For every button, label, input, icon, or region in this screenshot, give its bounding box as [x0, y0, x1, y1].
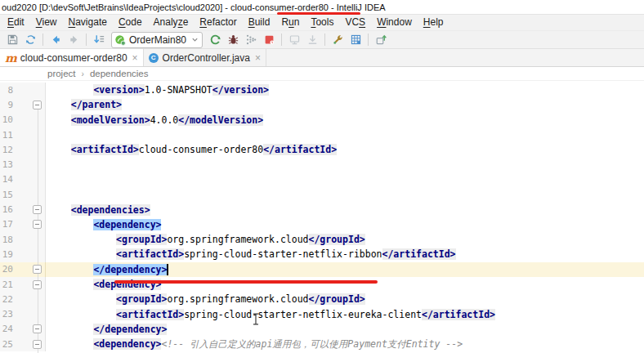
fold-column [13, 101, 44, 109]
fold-marker-icon[interactable] [33, 220, 42, 229]
wrench-icon[interactable] [329, 32, 347, 48]
code-line[interactable]: 17 <dependency> [0, 217, 644, 232]
java-class-icon: C [149, 53, 159, 63]
menu-item-build[interactable]: Build [243, 15, 276, 30]
debug-icon[interactable] [224, 32, 242, 48]
grid-icon[interactable] [347, 32, 364, 48]
menu-item-edit[interactable]: Edit [2, 15, 30, 30]
deploy-icon[interactable] [372, 32, 390, 48]
line-number: 16 [0, 204, 13, 215]
menu-item-navigate[interactable]: Navigate [63, 15, 113, 30]
code-line[interactable]: 16 <dependencies> [0, 202, 644, 217]
code-token: </dependency> [93, 324, 167, 335]
maven-icon: m [5, 53, 17, 63]
code-token: </parent> [71, 99, 122, 110]
code-token: spring-cloud-starter-netflix-ribbon [184, 248, 382, 260]
code-token: </artifactId> [422, 309, 495, 320]
editor-tab-bar: m cloud-consumer-order80 × C OrderContro… [0, 49, 644, 67]
fold-marker-icon[interactable] [33, 205, 42, 214]
intellij-window: oud2020 [D:\devSoft\JetBrains\IdeaProjec… [0, 0, 644, 353]
run-icon[interactable] [206, 32, 224, 48]
run-config-select[interactable]: OrderMain80 [111, 32, 203, 48]
sync-icon[interactable] [21, 32, 39, 48]
code-text[interactable]: <groupId>org.springframework.cloud</grou… [46, 293, 365, 305]
code-line[interactable]: 15 [0, 187, 644, 202]
fold-marker-icon[interactable] [33, 265, 42, 274]
code-line[interactable]: 9 </parent> [0, 97, 644, 112]
line-number: 22 [0, 294, 13, 305]
menu-item-run[interactable]: Run [275, 15, 305, 30]
fold-marker-icon[interactable] [33, 324, 42, 333]
code-token [48, 338, 93, 350]
menu-item-window[interactable]: Window [371, 15, 418, 30]
line-number: 10 [0, 114, 13, 125]
code-token: <modelVersion> [71, 114, 150, 126]
menu-item-help[interactable]: Help [418, 15, 449, 30]
menu-item-code[interactable]: Code [113, 15, 148, 30]
code-line[interactable]: 20 </dependency> [0, 262, 644, 277]
profiler-icon[interactable] [260, 32, 278, 48]
line-number: 21 [0, 279, 13, 290]
code-lines: 8 <version>1.0-SNAPSHOT</version>9 </par… [0, 83, 644, 351]
fold-marker-icon[interactable] [33, 101, 42, 109]
code-line[interactable]: 18 <groupId>org.springframework.cloud</g… [0, 232, 644, 247]
menu-item-tools[interactable]: Tools [305, 15, 339, 30]
code-line[interactable]: 8 <version>1.0-SNAPSHOT</version> [0, 83, 644, 97]
code-line[interactable]: 22 <groupId>org.springframework.cloud</g… [0, 292, 644, 306]
code-line[interactable]: 21 <dependency> [0, 277, 644, 292]
code-token: </artifactId> [382, 248, 456, 260]
breadcrumb-project[interactable]: project [47, 69, 76, 78]
code-line[interactable]: 25 <dependency><!-- 引入自己定义的api通用包，可以使用Pa… [0, 337, 644, 351]
back-icon[interactable] [47, 32, 65, 48]
gutter: 11 [0, 127, 46, 142]
code-line[interactable]: 24 </dependency> [0, 322, 644, 337]
code-token: org.springframework.cloud [167, 234, 308, 245]
tab-cloud-consumer-order80[interactable]: m cloud-consumer-order80 × [0, 49, 144, 66]
code-line[interactable]: 23 <artifactId>spring-cloud-starter-netf… [0, 306, 644, 321]
code-text[interactable]: <dependency><!-- 引入自己定义的api通用包，可以使用Payme… [46, 338, 463, 351]
code-token: 1.0-SNAPSHOT [145, 84, 212, 96]
close-icon[interactable]: × [255, 54, 261, 62]
menu-item-vcs[interactable]: VCS [339, 15, 371, 30]
code-text[interactable]: <dependencies> [46, 204, 150, 216]
line-number: 25 [0, 339, 13, 350]
code-token: <artifactId> [116, 309, 184, 320]
code-text[interactable]: <groupId>org.springframework.cloud</grou… [46, 234, 365, 245]
menu-item-refactor[interactable]: Refactor [194, 15, 242, 30]
code-text[interactable]: <artifactId>spring-cloud-starter-netflix… [46, 248, 456, 260]
save-icon[interactable] [3, 32, 21, 48]
code-line[interactable]: 19 <artifactId>spring-cloud-starter-netf… [0, 247, 644, 261]
sort-icon[interactable] [90, 32, 108, 48]
code-line[interactable]: 11 [0, 127, 644, 142]
code-text[interactable]: </dependency> [46, 264, 168, 275]
code-text[interactable]: <dependency> [46, 219, 161, 230]
gutter: 20 [0, 262, 46, 277]
forward-icon[interactable] [65, 32, 83, 48]
menu-bar: EditViewNavigateCodeAnalyzeRefactorBuild… [0, 14, 644, 31]
code-editor[interactable]: 8 <version>1.0-SNAPSHOT</version>9 </par… [0, 81, 644, 353]
fold-marker-icon[interactable] [33, 280, 42, 289]
fold-column [13, 265, 44, 274]
code-text[interactable]: <artifactId>cloud-consumer-order80</arti… [46, 144, 337, 155]
code-line[interactable]: 14 [0, 172, 644, 187]
code-text[interactable]: </dependency> [46, 324, 167, 335]
code-token [48, 279, 93, 290]
menu-item-analyze[interactable]: Analyze [148, 15, 195, 30]
code-text[interactable]: <artifactId>spring-cloud-starter-netflix… [46, 309, 495, 320]
code-text[interactable]: </parent> [46, 99, 122, 110]
tab-ordercontroller-java[interactable]: C OrderController.java × [144, 49, 266, 66]
fold-marker-icon[interactable] [33, 340, 42, 349]
code-line[interactable]: 12 <artifactId>cloud-consumer-order80</a… [0, 142, 644, 157]
menu-item-view[interactable]: View [30, 15, 63, 30]
title-red-underline-annotation [277, 12, 360, 15]
code-token [48, 264, 93, 275]
code-line[interactable]: 10 <modelVersion>4.0.0</modelVersion> [0, 113, 644, 127]
code-token [48, 84, 93, 96]
breadcrumb-dependencies[interactable]: dependencies [90, 69, 149, 78]
close-icon[interactable]: × [132, 54, 138, 62]
code-line[interactable]: 13 [0, 157, 644, 172]
code-text[interactable]: <version>1.0-SNAPSHOT</version> [46, 84, 269, 96]
code-text[interactable]: <modelVersion>4.0.0</modelVersion> [46, 114, 263, 126]
coverage-icon[interactable] [242, 32, 260, 48]
chevron-right-icon: › [82, 69, 84, 78]
